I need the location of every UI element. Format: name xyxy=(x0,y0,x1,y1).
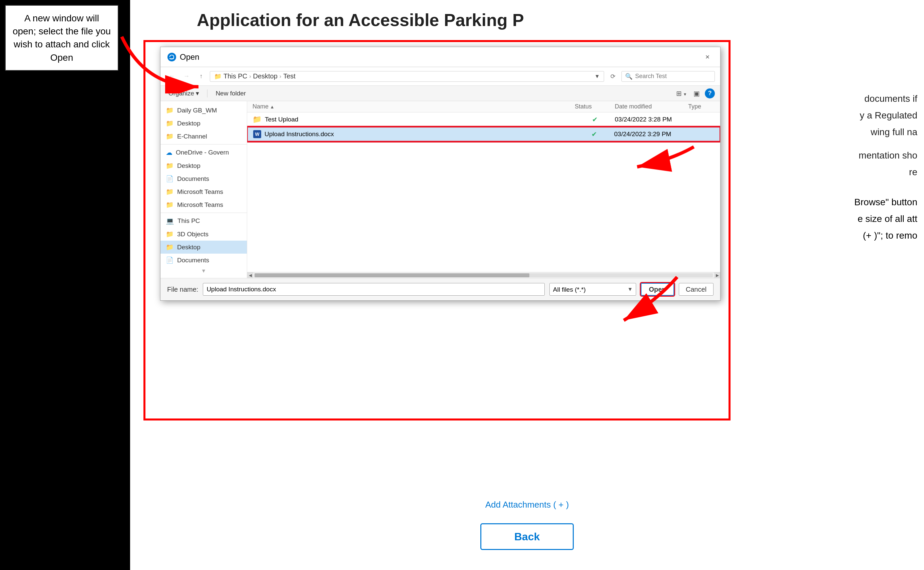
hscroll-left-button[interactable]: ◀ xyxy=(247,272,253,278)
sidebar-item-desktop-2[interactable]: 📁 Desktop xyxy=(161,159,247,172)
sidebar-item-onedrive[interactable]: ☁ OneDrive - Govern xyxy=(161,146,247,159)
sidebar-sep1 xyxy=(161,144,247,144)
right-text-browse: Browse" button xyxy=(854,197,917,208)
view-toggle-button[interactable]: ⊞ ▾ xyxy=(674,88,688,99)
filetype-select[interactable]: All files (*.*) xyxy=(549,283,636,296)
file-open-dialog: Open × ← → ↑ 📁 This PC › Desktop › Test … xyxy=(160,47,721,400)
sidebar-item-desktop-1[interactable]: 📁 Desktop xyxy=(161,117,247,130)
file-name-uploadinstructions: Upload Instructions.docx xyxy=(265,130,334,138)
right-text-full-na: wing full na xyxy=(870,127,917,138)
right-text-documents: documents if xyxy=(864,93,917,104)
search-icon: 🔍 xyxy=(625,73,632,80)
right-text-size: e size of all att xyxy=(858,214,917,224)
breadcrumb-folder-icon: 📁 xyxy=(214,73,222,80)
breadcrumb-part-pc: This PC xyxy=(223,72,247,80)
dialog-title-left: Open xyxy=(167,52,199,62)
sidebar-item-onedrive-label: OneDrive - Govern xyxy=(176,149,229,156)
dialog-filelist: Name ▲ Status Date modified Type xyxy=(247,101,720,278)
hscroll-right-button[interactable]: ▶ xyxy=(714,272,720,278)
right-text-re: re xyxy=(909,167,917,178)
sidebar-item-daily-gb[interactable]: 📁 Daily GB_WM xyxy=(161,104,247,117)
add-attachments-link[interactable]: Add Attachments ( + ) xyxy=(485,500,569,510)
status-cell-uploadinstructions: ✔ xyxy=(574,130,614,138)
computer-icon: 💻 xyxy=(166,217,174,225)
cancel-button[interactable]: Cancel xyxy=(679,283,713,296)
sidebar-item-echannel-label: E-Channel xyxy=(177,133,207,140)
new-folder-button[interactable]: New folder xyxy=(213,89,248,98)
organize-button[interactable]: Organize ▾ xyxy=(166,88,202,98)
back-button[interactable]: Back xyxy=(480,523,574,550)
breadcrumb-bar: 📁 This PC › Desktop › Test ▼ xyxy=(210,71,604,82)
svg-point-3 xyxy=(167,53,176,61)
filename-input[interactable] xyxy=(203,283,545,296)
status-icon-uploadinstructions: ✔ xyxy=(591,130,597,138)
documents-icon-2: 📄 xyxy=(166,256,174,264)
col-status-label: Status xyxy=(575,103,592,110)
dialog-toolbar: Organize ▾ New folder ⊞ ▾ ▣ ? xyxy=(161,86,720,101)
sidebar-item-msteams-1[interactable]: 📁 Microsoft Teams xyxy=(161,185,247,198)
sidebar-item-msteams-1-label: Microsoft Teams xyxy=(177,188,223,196)
folder-blue-icon-3: 📁 xyxy=(166,243,174,251)
edge-icon xyxy=(167,52,176,62)
new-folder-label: New folder xyxy=(216,90,246,97)
dialog-title-text: Open xyxy=(180,52,199,62)
sidebar-item-3dobjects[interactable]: 📁 3D Objects xyxy=(161,228,247,241)
left-panel: A new window will open; select the file … xyxy=(0,0,130,570)
col-status: Status xyxy=(575,103,615,110)
help-button[interactable]: ? xyxy=(705,89,715,98)
view-grid-icon: ⊞ xyxy=(676,90,682,97)
sidebar-item-thispc[interactable]: 💻 This PC xyxy=(161,214,247,228)
sidebar-item-documents-2-label: Documents xyxy=(177,257,209,264)
pane-icon: ▣ xyxy=(693,90,700,97)
sidebar-sep2 xyxy=(161,213,247,213)
folder-yellow-icon-3: 📁 xyxy=(166,188,174,196)
col-name-label: Name xyxy=(252,103,269,110)
sidebar-item-msteams-2[interactable]: 📁 Microsoft Teams xyxy=(161,198,247,211)
search-input[interactable] xyxy=(635,73,711,80)
file-row-uploadinstructions[interactable]: W Upload Instructions.docx ✔ 03/24/2022 … xyxy=(247,127,720,141)
sidebar-item-documents-1-label: Documents xyxy=(177,175,209,182)
sidebar-item-daily-gb-label: Daily GB_WM xyxy=(177,107,217,114)
date-modified-testupload: 03/24/2022 3:28 PM xyxy=(615,116,688,123)
documents-icon-1: 📄 xyxy=(166,175,174,182)
breadcrumb-part-desktop: Desktop xyxy=(253,72,277,80)
nav-back-button[interactable]: ← xyxy=(166,71,178,82)
dialog-close-button[interactable]: × xyxy=(702,51,713,63)
hscroll-bar[interactable]: ◀ ▶ xyxy=(247,272,720,278)
pane-toggle-button[interactable]: ▣ xyxy=(691,88,702,99)
organize-label: Organize ▾ xyxy=(168,89,199,97)
sidebar-item-documents-1[interactable]: 📄 Documents xyxy=(161,172,247,185)
filelist-body: 📁 Test Upload ✔ 03/24/2022 3:28 PM xyxy=(247,112,720,272)
sidebar-item-documents-2[interactable]: 📄 Documents xyxy=(161,254,247,267)
nav-forward-button[interactable]: → xyxy=(181,71,193,82)
help-icon: ? xyxy=(708,90,712,97)
file-name-cell-testupload: 📁 Test Upload xyxy=(252,115,575,124)
dialog-navbar: ← → ↑ 📁 This PC › Desktop › Test ▼ ⟳ 🔍 xyxy=(161,67,720,86)
hscroll-track xyxy=(254,273,713,277)
file-name-testupload: Test Upload xyxy=(265,116,298,123)
instruction-box: A new window will open; select the file … xyxy=(5,5,118,71)
filelist-header: Name ▲ Status Date modified Type xyxy=(247,101,720,112)
view-chevron-icon: ▾ xyxy=(684,92,686,97)
sidebar-item-thispc-label: This PC xyxy=(177,217,200,225)
refresh-button[interactable]: ⟳ xyxy=(607,71,619,82)
nav-up-button[interactable]: ↑ xyxy=(195,71,207,82)
sidebar-item-desktop-3[interactable]: 📁 Desktop xyxy=(161,241,247,254)
breadcrumb-dropdown-button[interactable]: ▼ xyxy=(594,74,600,80)
word-doc-icon: W xyxy=(253,130,261,138)
file-row-testupload[interactable]: 📁 Test Upload ✔ 03/24/2022 3:28 PM xyxy=(247,112,720,127)
right-text-regulated: y a Regulated xyxy=(860,110,917,121)
col-date-label: Date modified xyxy=(615,103,652,110)
sidebar-item-echannel[interactable]: 📁 E-Channel xyxy=(161,130,247,143)
folder-yellow-icon-2: 📁 xyxy=(166,132,174,140)
sidebar-item-desktop-1-label: Desktop xyxy=(177,120,200,127)
breadcrumb-sep1: › xyxy=(249,74,251,80)
main-content: Application for an Accessible Parking P … xyxy=(130,0,924,570)
folder-yellow-icon: 📁 xyxy=(166,106,174,114)
hscroll-thumb xyxy=(254,273,529,277)
col-name[interactable]: Name ▲ xyxy=(252,103,575,110)
col-date-modified: Date modified xyxy=(615,103,688,110)
cloud-icon: ☁ xyxy=(166,149,173,156)
right-text-mentation: mentation sho xyxy=(859,150,917,161)
open-button[interactable]: Open xyxy=(641,283,674,296)
